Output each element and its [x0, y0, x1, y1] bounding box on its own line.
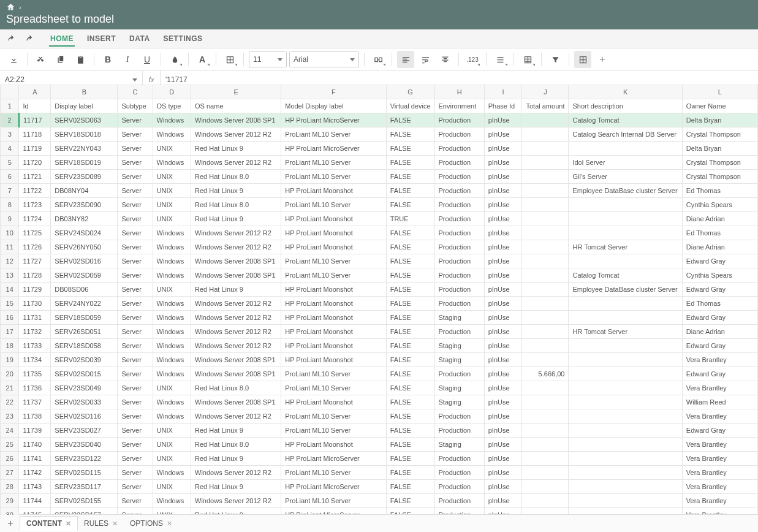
cell[interactable]: Server — [118, 198, 153, 212]
cell[interactable] — [569, 494, 682, 508]
cell[interactable]: FALSE — [386, 156, 434, 170]
cell[interactable]: HP ProLiant MicroServer — [281, 113, 386, 127]
cell[interactable]: Staging — [434, 311, 484, 325]
cell[interactable]: UNIX — [153, 438, 191, 452]
cell[interactable]: SERV02SD015 — [51, 367, 118, 381]
cell[interactable]: Phase Id — [484, 99, 522, 113]
cell[interactable] — [522, 466, 569, 480]
cell[interactable]: Vera Brantley — [682, 452, 757, 466]
cell[interactable]: UNIX — [153, 142, 191, 156]
cell[interactable]: FALSE — [386, 438, 434, 452]
cell[interactable]: 11719 — [19, 142, 51, 156]
font-size-select[interactable]: 11 — [249, 51, 287, 67]
cell[interactable]: Id — [19, 99, 51, 113]
cell[interactable]: pInUse — [484, 127, 522, 142]
row-header[interactable]: 28 — [1, 480, 19, 494]
font-family-select[interactable]: Arial — [289, 51, 359, 67]
cell[interactable]: Production — [434, 480, 484, 494]
row-header[interactable]: 5 — [1, 156, 19, 170]
cell[interactable]: pInUse — [484, 156, 522, 170]
cell[interactable]: Server — [118, 395, 153, 409]
cell[interactable]: Short description — [569, 99, 682, 113]
insert-row-button[interactable] — [491, 51, 509, 68]
cell[interactable]: Ed Thomas — [682, 226, 757, 240]
cell[interactable]: Red Hat Linux 9 — [191, 212, 281, 226]
cell[interactable] — [522, 142, 569, 156]
cell[interactable] — [522, 381, 569, 395]
cell[interactable]: SERV02SD016 — [51, 254, 118, 268]
cell[interactable]: Windows Server 2012 R2 — [191, 127, 281, 142]
cell[interactable]: Ed Thomas — [682, 297, 757, 311]
cell[interactable] — [522, 395, 569, 409]
cell[interactable]: Server — [118, 353, 153, 367]
row-header[interactable]: 29 — [1, 494, 19, 508]
cell[interactable]: SERV18SD059 — [51, 311, 118, 325]
cell[interactable]: pInUse — [484, 325, 522, 339]
cell[interactable]: pInUse — [484, 381, 522, 395]
font-color-button[interactable]: A — [194, 51, 211, 68]
cell[interactable]: Production — [434, 283, 484, 297]
cell[interactable]: pInUse — [484, 297, 522, 311]
cell[interactable]: SERV23SD040 — [51, 438, 118, 452]
cell[interactable]: DB03NY82 — [51, 212, 118, 226]
cell[interactable] — [569, 438, 682, 452]
cell[interactable] — [522, 424, 569, 438]
cell[interactable]: Vera Brantley — [682, 409, 757, 424]
row-header[interactable]: 9 — [1, 212, 19, 226]
row-header[interactable]: 23 — [1, 409, 19, 424]
cell[interactable]: Server — [118, 283, 153, 297]
cell[interactable]: FALSE — [386, 367, 434, 381]
number-format-button[interactable]: .123 — [464, 51, 481, 68]
cell[interactable]: HP ProLiant Moonshot — [281, 212, 386, 226]
cell[interactable]: SERV23SD122 — [51, 452, 118, 466]
cell[interactable]: Windows — [153, 367, 191, 381]
cell[interactable]: Owner Name — [682, 99, 757, 113]
col-header-H[interactable]: H — [434, 85, 484, 99]
cell[interactable]: Production — [434, 409, 484, 424]
menu-tab-data[interactable]: DATA — [128, 31, 151, 47]
spreadsheet-grid[interactable]: ABCDEFGHIJKL1IdDisplay labelSubtypeOS ty… — [0, 85, 758, 515]
cell[interactable] — [522, 339, 569, 353]
cell[interactable]: FALSE — [386, 395, 434, 409]
cell[interactable]: SERV18SD058 — [51, 339, 118, 353]
cell[interactable]: Diane Adrian — [682, 325, 757, 339]
cell[interactable] — [569, 339, 682, 353]
cell[interactable]: ProLiant ML10 Server — [281, 381, 386, 395]
undo-button[interactable] — [4, 31, 18, 46]
cell[interactable] — [522, 494, 569, 508]
cell[interactable]: Production — [434, 240, 484, 254]
row-header[interactable]: 3 — [1, 127, 19, 142]
cell[interactable]: Cynthia Spears — [682, 198, 757, 212]
cell[interactable]: Server — [118, 240, 153, 254]
cell[interactable]: FALSE — [386, 240, 434, 254]
cell[interactable]: FALSE — [386, 480, 434, 494]
cell[interactable]: ProLiant ML10 Server — [281, 494, 386, 508]
cell[interactable]: 11738 — [19, 409, 51, 424]
cell[interactable]: HP ProLiant Moonshot — [281, 311, 386, 325]
cell[interactable]: pInUse — [484, 367, 522, 381]
cell[interactable]: Production — [434, 325, 484, 339]
cell[interactable]: Windows — [153, 297, 191, 311]
cell[interactable]: FALSE — [386, 297, 434, 311]
menu-tab-home[interactable]: HOME — [49, 31, 75, 47]
cell[interactable]: Windows Server 2012 R2 — [191, 226, 281, 240]
cell[interactable]: Delta Bryan — [682, 142, 757, 156]
cell[interactable]: pInUse — [484, 311, 522, 325]
cell[interactable]: ProLiant ML10 Server — [281, 268, 386, 283]
cell[interactable]: 11733 — [19, 339, 51, 353]
cell[interactable]: UNIX — [153, 283, 191, 297]
cell[interactable]: Vera Brantley — [682, 494, 757, 508]
cell[interactable]: Ed Thomas — [682, 184, 757, 198]
cell[interactable]: pInUse — [484, 170, 522, 184]
cell[interactable]: HP ProLiant Moonshot — [281, 184, 386, 198]
cell[interactable]: Production — [434, 156, 484, 170]
cell[interactable]: HP ProLiant MicroServer — [281, 142, 386, 156]
cell[interactable]: Windows Server 2012 R2 — [191, 311, 281, 325]
cell[interactable]: Server — [118, 212, 153, 226]
cell[interactable]: ProLiant ML10 Server — [281, 466, 386, 480]
cell[interactable]: pInUse — [484, 494, 522, 508]
row-header[interactable]: 15 — [1, 297, 19, 311]
cell[interactable]: 11732 — [19, 325, 51, 339]
cell[interactable] — [522, 240, 569, 254]
cell[interactable]: ProLiant ML10 Server — [281, 409, 386, 424]
